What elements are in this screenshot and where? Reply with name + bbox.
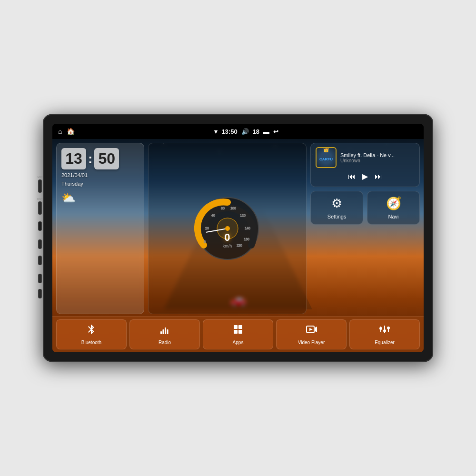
svg-text:20: 20 [205,227,209,230]
equalizer-icon [379,324,390,338]
clock-widget: 13 : 50 2021/04/01 Thursday ⛅ [56,143,144,314]
svg-text:80: 80 [221,207,225,210]
clock-hours: 13 [61,148,86,169]
speedo-value: 0 km/h [223,231,232,248]
play-button[interactable]: ▶ [362,172,368,181]
music-controls: ⏮ ▶ ⏭ [316,170,415,183]
svg-text:120: 120 [240,214,246,217]
svg-text:220: 220 [237,244,242,247]
svg-rect-17 [234,325,238,329]
settings-label: Settings [327,214,347,219]
svg-text:140: 140 [245,227,250,230]
apps-icon [232,324,244,338]
power-button[interactable] [38,221,42,231]
mic-label: MIC [38,176,43,178]
speedo-container: 0 20 40 80 100 120 140 160 220 [194,195,261,262]
screen: ⌂ 🏠 ▾ 13:50 🔊 18 ▬ ↩ 🚗 [52,124,424,352]
rst-label: RST [37,198,43,200]
back-icon[interactable]: ↩ [273,128,278,135]
svg-rect-13 [160,331,162,334]
music-title: Smiley ft. Delia - Ne v... [340,152,415,158]
vol-down-button[interactable] [38,289,42,298]
status-center: ▾ 13:50 🔊 18 ▬ ↩ [214,128,278,135]
house-icon[interactable]: 🏠 [67,128,75,135]
svg-rect-20 [238,330,242,334]
svg-rect-14 [163,329,164,334]
app-bar: Bluetooth Radio [52,316,424,352]
volume-icon[interactable]: 🔊 [241,128,249,135]
svg-rect-16 [167,329,169,334]
svg-text:40: 40 [211,214,215,217]
bottom-right-widgets: ⚙ Settings 🧭 Navi [310,191,420,225]
clock-minutes: 50 [94,148,119,169]
svg-text:100: 100 [230,207,236,210]
svg-point-25 [379,327,382,330]
radio-button[interactable]: Radio [129,319,200,349]
navi-label: Navi [388,214,398,219]
svg-rect-19 [234,330,238,334]
navi-icon: 🧭 [386,196,401,211]
main-content: 🚗 13 : 50 2021/04/01 Thursday ⛅ [52,139,424,352]
svg-point-27 [383,329,386,332]
svg-marker-23 [309,328,313,331]
video-icon [306,324,317,338]
navi-widget[interactable]: 🧭 Navi [367,191,420,225]
weather-row: ⛅ [61,191,139,205]
rst-button[interactable] [38,201,42,215]
status-time: 13:50 [221,128,237,135]
crown-icon: 👑 [323,147,329,152]
volume-value: 18 [253,128,259,135]
prev-button[interactable]: ⏮ [348,172,356,181]
video-player-button[interactable]: Video Player [276,319,347,349]
equalizer-label: Equalizer [375,340,395,345]
home-icon[interactable]: ⌂ [58,128,62,135]
album-logo-text: CARFU [319,157,333,161]
clock-day: Thursday [61,181,139,187]
widgets-row: 13 : 50 2021/04/01 Thursday ⛅ [52,139,424,316]
apps-label: Apps [233,340,244,345]
speed-number: 0 [223,231,232,244]
settings-icon: ⚙ [331,196,342,211]
video-player-label: Video Player [298,340,325,345]
status-bar: ⌂ 🏠 ▾ 13:50 🔊 18 ▬ ↩ [52,124,424,139]
svg-text:160: 160 [244,238,249,241]
car-stereo-device: MIC RST ⌂ 🏠 ▾ [43,114,433,362]
radio-icon [159,324,170,338]
clock-display: 13 : 50 [61,148,139,169]
music-info: Smiley ft. Delia - Ne v... Unknown [340,152,415,163]
clock-date: 2021/04/01 [61,172,139,178]
music-artist: Unknown [340,158,415,163]
home-button[interactable] [38,239,42,249]
next-button[interactable]: ⏭ [375,172,382,181]
speedometer-widget: 0 20 40 80 100 120 140 160 220 [148,143,307,314]
svg-point-12 [225,226,230,231]
right-widgets: 👑 CARFU Smiley ft. Delia - Ne v... Unkno… [310,143,420,314]
music-top: 👑 CARFU Smiley ft. Delia - Ne v... Unkno… [316,147,415,168]
weather-icon: ⛅ [61,191,76,205]
battery-icon: ▬ [263,128,269,135]
equalizer-button[interactable]: Equalizer [349,319,420,349]
apps-button[interactable]: Apps [203,319,273,349]
album-art: 👑 CARFU [316,147,337,168]
svg-point-29 [387,327,390,329]
clock-sep: : [88,151,92,167]
status-left: ⌂ 🏠 [58,128,75,135]
svg-rect-18 [238,325,242,329]
speed-unit: km/h [223,244,232,248]
speedo-svg: 0 20 40 80 100 120 140 160 220 [194,195,261,262]
vol-up-button[interactable] [38,274,42,283]
back-button[interactable] [38,256,42,265]
svg-text:0: 0 [204,240,206,243]
mic-button[interactable] [38,179,42,193]
svg-marker-22 [315,327,317,332]
side-controls: MIC RST [37,176,43,300]
radio-label: Radio [159,340,171,345]
bluetooth-button[interactable]: Bluetooth [56,319,127,349]
wifi-icon: ▾ [214,128,218,135]
music-widget: 👑 CARFU Smiley ft. Delia - Ne v... Unkno… [310,143,420,187]
svg-rect-15 [165,327,166,334]
settings-widget[interactable]: ⚙ Settings [310,191,363,225]
bluetooth-label: Bluetooth [81,340,101,345]
bluetooth-icon [86,324,97,338]
